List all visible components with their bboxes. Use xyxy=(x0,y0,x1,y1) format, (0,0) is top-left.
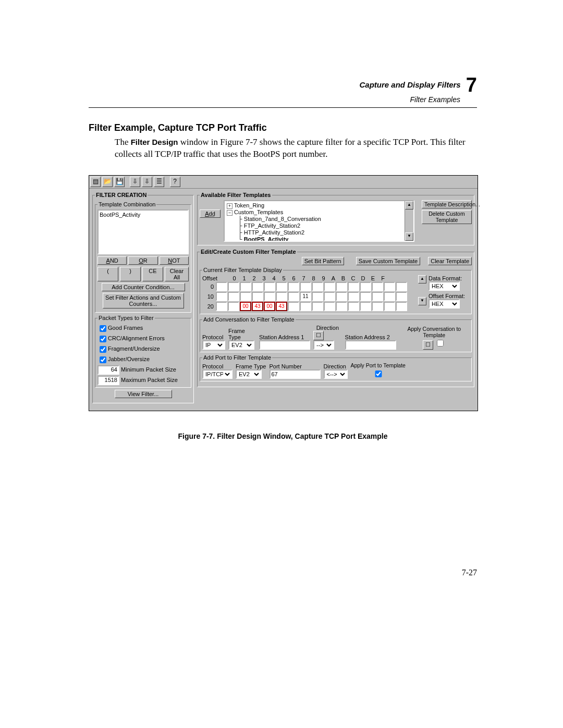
add-port-group: Add Port to Filter Template ProtocolIP/T… xyxy=(200,354,472,381)
chk-good[interactable]: Good Frames xyxy=(97,324,189,334)
filter-creation-group: FILTER CREATION Template Combination Boo… xyxy=(92,192,194,403)
tb-save-icon[interactable]: 💾 xyxy=(114,177,125,187)
tree-leaf-selected[interactable]: BootPS_Activity xyxy=(244,236,289,242)
hex-header: 0123456789ABCDEF xyxy=(229,275,388,281)
ce-button[interactable]: CE xyxy=(142,267,163,281)
available-templates-legend: Available Filter Templates xyxy=(200,192,272,198)
figure-caption: Figure 7-7. Filter Design Window, Captur… xyxy=(89,432,477,440)
edit-template-legend: Edit/Create Custom Filter Template xyxy=(200,249,297,255)
max-packet-label: Maximum Packet Size xyxy=(121,377,178,383)
station-addr1-input[interactable] xyxy=(259,340,310,350)
station-addr2-input[interactable] xyxy=(345,340,396,350)
tree-node[interactable]: Custom_Templates xyxy=(234,209,283,215)
tb-open-icon[interactable]: 📂 xyxy=(102,177,113,187)
filter-design-window: ▤ 📂 💾 ⇩ ⇩ ☰ ? FILTER CREATION Template C… xyxy=(89,175,478,411)
chapter-number: 7 xyxy=(466,73,477,98)
template-combo-list[interactable]: BootPS_Activity xyxy=(97,209,189,254)
or-button[interactable]: OR xyxy=(128,256,157,265)
save-custom-template-button[interactable]: Save Custom Template xyxy=(356,257,421,265)
chk-crc[interactable]: CRC/Alignment Errors xyxy=(97,334,189,344)
clearall-button[interactable]: Clear All xyxy=(165,267,189,281)
scroll-down-icon[interactable]: ▼ xyxy=(405,232,413,241)
toolbar: ▤ 📂 💾 ⇩ ⇩ ☰ ? xyxy=(89,176,478,189)
page-number: 7-27 xyxy=(462,568,477,577)
and-button[interactable]: AND xyxy=(97,256,127,265)
apply-conv-label: Apply Conversation to Template xyxy=(399,326,469,338)
set-filter-actions-button[interactable]: Set Filter Actions and Custom Counters..… xyxy=(103,293,184,309)
template-tree[interactable]: +Token_Ring −Custom_Templates ├ Station_… xyxy=(224,200,414,242)
chk-jabber[interactable]: Jabber/Oversize xyxy=(97,355,189,365)
add-port-legend: Add Port to Filter Template xyxy=(202,354,272,361)
delete-template-button[interactable]: Delete Custom Template xyxy=(422,210,472,224)
packet-types-group: Packet Types to Filter Good Frames CRC/A… xyxy=(95,315,191,388)
tree-leaf[interactable]: Station_7and_8_Conversation xyxy=(244,216,321,222)
add-template-button[interactable]: Add xyxy=(200,209,221,218)
hex-row-10: 10 11 xyxy=(202,292,417,301)
addr-book-icon[interactable]: ☐ xyxy=(313,331,324,340)
body-bold: Filter Design xyxy=(131,138,178,146)
tb-new-icon[interactable]: ▤ xyxy=(90,177,101,187)
available-templates-group: Available Filter Templates Add +Token_Ri… xyxy=(197,192,474,245)
header-title: Capture and Display Filters xyxy=(359,80,460,90)
add-conversation-group: Add Conversation to Filter Template Prot… xyxy=(200,316,472,352)
offset-format-label: Offset Format: xyxy=(429,293,469,299)
edit-template-group: Edit/Create Custom Filter Template Set B… xyxy=(197,249,474,387)
offset-format-select[interactable]: HEX xyxy=(429,299,460,309)
scroll-up-icon[interactable]: ▲ xyxy=(405,201,413,209)
scroll-up-icon[interactable]: ▲ xyxy=(418,275,426,283)
scroll-down-icon[interactable]: ▼ xyxy=(418,297,426,305)
body-text: The xyxy=(115,137,131,147)
clear-template-button[interactable]: Clear Template xyxy=(428,257,472,265)
addr-book2-icon[interactable]: ☐ xyxy=(423,340,433,350)
body-paragraph: The Filter Design window in Figure 7-7 s… xyxy=(115,137,477,161)
page-header: Capture and Display Filters 7 Filter Exa… xyxy=(89,73,477,104)
hex-row-20: 20 00430043 xyxy=(202,302,417,311)
lparen-button[interactable]: ( xyxy=(97,267,118,281)
add-conv-legend: Add Conversation to Filter Template xyxy=(202,316,296,323)
add-counter-button[interactable]: Add Counter Condition... xyxy=(102,283,185,291)
port-frametype-select[interactable]: EV2 xyxy=(236,369,262,379)
current-display-legend: Current Filter Template Display xyxy=(202,267,283,273)
offset-label: Offset xyxy=(202,275,216,281)
min-packet-label: Minimum Packet Size xyxy=(121,366,176,373)
apply-conv-check[interactable] xyxy=(437,340,444,347)
template-combo-legend: Template Combination xyxy=(97,201,156,207)
chk-frag[interactable]: Fragment/Undersize xyxy=(97,344,189,354)
max-packet-input[interactable]: 1518 xyxy=(97,376,119,385)
apply-port-label: Apply Port to Template xyxy=(351,363,406,369)
filter-creation-legend: FILTER CREATION xyxy=(95,192,148,198)
hex-row-0: 0 xyxy=(202,282,417,291)
section-heading: Filter Example, Capture TCP Port Traffic xyxy=(89,122,477,133)
conv-frametype-select[interactable]: EV2 xyxy=(228,340,254,350)
tb-down2-icon[interactable]: ⇩ xyxy=(142,177,152,187)
conv-dir-select[interactable]: --> xyxy=(313,340,334,350)
packet-types-legend: Packet Types to Filter xyxy=(97,315,155,321)
collapse-icon[interactable]: − xyxy=(227,210,232,216)
template-desc-button[interactable]: Template Description... xyxy=(422,200,472,208)
tree-scrollbar[interactable]: ▲▼ xyxy=(405,201,413,241)
template-combination-group: Template Combination BootPS_Activity AND… xyxy=(95,201,191,313)
tb-help-icon[interactable]: ? xyxy=(170,177,180,187)
tree-leaf[interactable]: FTP_Activity_Station2 xyxy=(244,223,300,229)
tree-node[interactable]: Token_Ring xyxy=(234,202,264,208)
conv-protocol-select[interactable]: IP xyxy=(202,340,225,350)
set-bit-pattern-button[interactable]: Set Bit Pattern xyxy=(302,257,344,265)
not-button[interactable]: NOT xyxy=(160,256,189,265)
view-filter-button[interactable]: View Filter... xyxy=(115,390,172,398)
tb-list-icon[interactable]: ☰ xyxy=(154,177,164,187)
header-rule xyxy=(89,107,477,108)
data-format-select[interactable]: HEX xyxy=(429,281,460,291)
port-number-input[interactable] xyxy=(270,369,321,379)
expand-icon[interactable]: + xyxy=(227,203,232,209)
template-combo-value: BootPS_Activity xyxy=(100,212,140,218)
current-display-group: Current Filter Template Display Offset 0… xyxy=(200,267,472,314)
rparen-button[interactable]: ) xyxy=(120,267,141,281)
data-format-label: Data Format: xyxy=(429,275,469,281)
port-dir-select[interactable]: <--> xyxy=(324,369,348,379)
apply-port-check[interactable] xyxy=(353,371,404,377)
min-packet-input[interactable]: 64 xyxy=(97,365,119,375)
tb-down1-icon[interactable]: ⇩ xyxy=(130,177,140,187)
port-protocol-select[interactable]: IP/TCP xyxy=(202,369,232,379)
tree-leaf[interactable]: HTTP_Activity_Station2 xyxy=(244,229,304,236)
hex-scrollbar[interactable]: ▲ ▼ xyxy=(418,275,426,312)
